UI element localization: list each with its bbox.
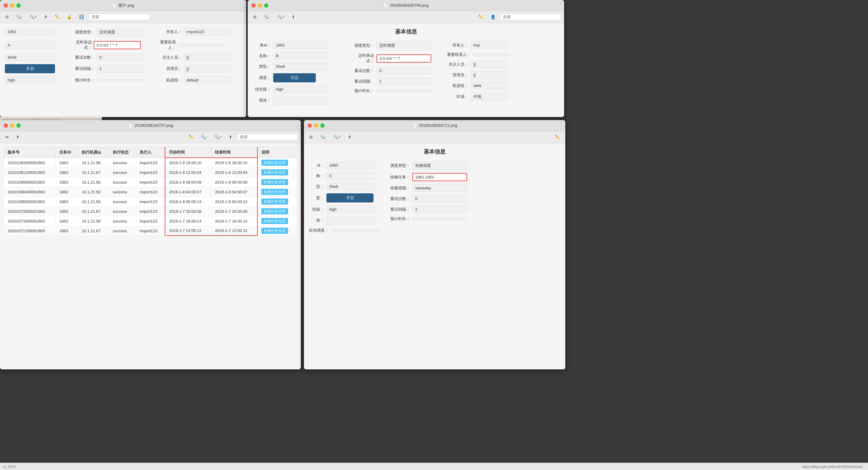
tr-cron-value[interactable]: 0 0 0/4 * * ? [377,54,431,63]
tr-region-value: 中国 [471,92,507,101]
table-row: 19101080400001863186310.1.21.58successim… [4,187,297,197]
share-btn[interactable]: ⬆ [42,13,50,20]
form-row-5: high 预计时长： 机器组： default [5,76,241,84]
cron-value[interactable]: 0 0 0/1 * * ? [94,41,141,49]
zoom-out-btn[interactable]: 🔍- [14,13,25,20]
search-input-bl[interactable] [237,134,298,141]
traffic-lights-br [308,123,324,128]
br-retry-count-value: 0 [412,195,467,203]
cron-field: 定时表达式： 0 0 0/1 * * ? [70,39,141,51]
edit-btn-bl[interactable]: ✏️ [186,134,196,141]
table-cell: 10.1.21.58 [78,197,109,206]
status-btn[interactable]: 开启 [5,64,55,73]
statusbar-left: nt_2019- [3,465,16,468]
tag-blue: 依赖任务全部 [261,208,288,214]
tr-status-btn[interactable]: 开启 [273,73,316,82]
br-auto-value [331,229,380,232]
table-cell: 10.1.21.67 [78,226,109,236]
content-bottom-right: 基本信息 id： 1863 称： C 型： Shell 度： 开启 [304,143,565,370]
retry-count-label: 重试次数： [70,55,95,60]
maximize-button-tl[interactable] [17,3,21,8]
table-row: 19101081600001863186310.1.21.58successim… [4,158,297,168]
close-button-tl[interactable] [4,3,8,8]
search-input-tr[interactable] [500,13,561,20]
toolbar-btn-br1[interactable]: ⊞ [307,134,315,141]
br-depend-task-value[interactable]: 1861,1862 [412,173,467,181]
edit-btn[interactable]: ✏️ [52,13,62,20]
maximize-btn-tr[interactable] [264,3,268,8]
toolbar-top-right: ⊞ 🔍- 🔍+ ⬆ ✏️ 👤 [248,11,564,23]
table-cell: 1863 [56,168,78,177]
br-depend-period-row: 依赖周期： sameday [386,184,471,192]
minimize-btn-bl[interactable] [10,123,14,128]
br-status-btn[interactable]: 开启 [327,193,374,203]
toolbar-btn-tr1[interactable]: ⊞ [251,13,259,20]
table-cell: success [109,177,136,187]
person-btn-tr[interactable]: 👤 [488,13,498,20]
toolbar-btn-bl1[interactable]: ⬅ [3,134,11,141]
table-cell: 1863 [56,216,78,226]
toolbar-btn-1[interactable]: ⊞ [3,13,11,20]
br-desc-row: 述： [309,216,380,225]
tr-type-row: 类型： Shell [253,63,344,70]
zoom-out-btn-bl[interactable]: 🔍- [198,134,209,141]
toolbar-top-left: ⊞ 🔍- 🔍+ ⬆ ✏️ 🔒 ℹ️ [0,11,246,23]
machine-group-value: default [184,76,231,84]
lock-btn[interactable]: 🔒 [64,13,74,20]
tr-imp-contact-row: 重要联系人： [447,52,510,57]
tr-est-dur-value [377,89,431,92]
table-cell: 2019-1-7 20:00:08 [165,206,211,216]
admin-field: 管理员： [] [158,65,231,73]
br-status-label: 度： [309,195,324,201]
table-row: 19101081200001863186310.1.21.67successim… [4,168,297,177]
edit-btn-tr[interactable]: ✏️ [476,13,486,20]
table-cell: 10.1.21.58 [78,158,109,168]
retry-interval-field: 重试间隔： 1 [70,65,144,73]
tr-form-layout: 务id： 1862 名称： B 类型： Shell 调度： 开启 优先级： [253,41,559,105]
zoom-in-btn-bl[interactable]: 🔍+ [212,134,224,141]
minimize-btn-tr[interactable] [258,3,262,8]
table-cell: 1863 [56,158,78,168]
table-cell: import123 [136,187,165,197]
tr-left-col: 务id： 1862 名称： B 类型： Shell 调度： 开启 优先级： [253,41,344,105]
close-btn-tr[interactable] [251,3,256,8]
maximize-btn-bl[interactable] [17,123,21,128]
tag-blue: 依赖任务全部 [261,169,288,175]
minimize-button-tl[interactable] [10,3,14,8]
zoom-in-btn-tr[interactable]: 🔍+ [275,13,287,20]
edit-btn-br[interactable]: ✏️ [553,134,562,141]
info-btn[interactable]: ℹ️ [76,13,86,20]
share-btn-bl[interactable]: ⬆ [14,134,22,141]
table-cell: import123 [136,197,165,206]
table-row: 19101072000001863186310.1.21.67successim… [4,206,297,216]
br-sched-type-value: 依赖调度 [412,161,467,170]
zoom-in-btn[interactable]: 🔍+ [27,13,39,20]
zoom-out-btn-br[interactable]: 🔍- [318,134,329,141]
share-btn-br[interactable]: ⬆ [346,134,354,141]
share-btn-tr[interactable]: ⬆ [289,13,298,20]
table-cell: 19101071200001863 [4,226,56,236]
table-cell: 2019-1-7 16:00:14 [165,216,211,226]
maximize-btn-br[interactable] [320,123,324,128]
br-retry-interval-row: 重试间隔： 1 [386,206,471,213]
table-cell: 1863 [56,226,78,236]
table-cell: 2019-1-7 12:00:12 [165,226,211,236]
close-btn-bl[interactable] [4,123,8,128]
table-cell: 19101080000001863 [4,197,56,206]
table-cell: 依赖任务全部 [257,168,297,177]
tr-region-row: 区域： 中国 [447,92,510,101]
traffic-lights [4,3,21,8]
table-cell: 2019-1-8 16:00:10 [165,158,211,168]
share2-btn-bl[interactable]: ⬆ [226,134,235,141]
close-btn-br[interactable] [308,123,312,128]
tr-est-dur-label: 预计时长： [350,88,374,94]
search-input-tl[interactable] [89,13,150,20]
tr-sched-type-value: 定时调度 [377,41,431,50]
table-header-row: 版本号 任务ID 执行机器ip 执行状态 执行人 开始时间 结束时间 说明 [4,147,297,158]
tr-follower-value: [] [471,60,507,68]
minimize-btn-br[interactable] [314,123,318,128]
zoom-in-btn-br[interactable]: 🔍+ [331,134,343,141]
estimated-duration-value [97,79,144,82]
zoom-out-btn-tr[interactable]: 🔍- [261,13,272,20]
schedule-type-value: 定时调度 [97,28,144,36]
